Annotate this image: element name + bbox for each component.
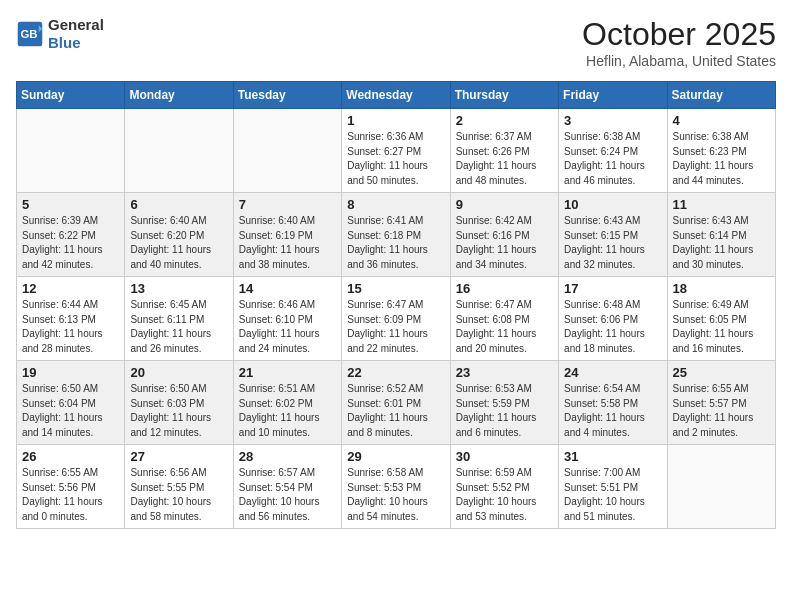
calendar-day-cell: 28Sunrise: 6:57 AM Sunset: 5:54 PM Dayli…	[233, 445, 341, 529]
calendar-week-row: 26Sunrise: 6:55 AM Sunset: 5:56 PM Dayli…	[17, 445, 776, 529]
calendar-day-cell: 20Sunrise: 6:50 AM Sunset: 6:03 PM Dayli…	[125, 361, 233, 445]
day-info: Sunrise: 6:56 AM Sunset: 5:55 PM Dayligh…	[130, 466, 227, 524]
day-info: Sunrise: 6:55 AM Sunset: 5:56 PM Dayligh…	[22, 466, 119, 524]
calendar-day-cell	[667, 445, 775, 529]
day-info: Sunrise: 6:58 AM Sunset: 5:53 PM Dayligh…	[347, 466, 444, 524]
day-number: 1	[347, 113, 444, 128]
calendar-day-cell: 26Sunrise: 6:55 AM Sunset: 5:56 PM Dayli…	[17, 445, 125, 529]
day-info: Sunrise: 6:49 AM Sunset: 6:05 PM Dayligh…	[673, 298, 770, 356]
day-number: 3	[564, 113, 661, 128]
calendar-day-cell	[233, 109, 341, 193]
day-info: Sunrise: 7:00 AM Sunset: 5:51 PM Dayligh…	[564, 466, 661, 524]
day-number: 20	[130, 365, 227, 380]
day-info: Sunrise: 6:50 AM Sunset: 6:04 PM Dayligh…	[22, 382, 119, 440]
day-info: Sunrise: 6:52 AM Sunset: 6:01 PM Dayligh…	[347, 382, 444, 440]
calendar-day-cell: 12Sunrise: 6:44 AM Sunset: 6:13 PM Dayli…	[17, 277, 125, 361]
calendar-day-cell: 1Sunrise: 6:36 AM Sunset: 6:27 PM Daylig…	[342, 109, 450, 193]
day-info: Sunrise: 6:39 AM Sunset: 6:22 PM Dayligh…	[22, 214, 119, 272]
column-header-wednesday: Wednesday	[342, 82, 450, 109]
svg-text:GB: GB	[20, 28, 37, 40]
logo-line1: General	[48, 16, 104, 34]
day-number: 4	[673, 113, 770, 128]
day-info: Sunrise: 6:57 AM Sunset: 5:54 PM Dayligh…	[239, 466, 336, 524]
day-number: 8	[347, 197, 444, 212]
day-info: Sunrise: 6:40 AM Sunset: 6:19 PM Dayligh…	[239, 214, 336, 272]
day-number: 22	[347, 365, 444, 380]
column-header-monday: Monday	[125, 82, 233, 109]
day-number: 18	[673, 281, 770, 296]
calendar-day-cell: 30Sunrise: 6:59 AM Sunset: 5:52 PM Dayli…	[450, 445, 558, 529]
day-info: Sunrise: 6:38 AM Sunset: 6:23 PM Dayligh…	[673, 130, 770, 188]
logo: GB General Blue	[16, 16, 104, 52]
day-number: 2	[456, 113, 553, 128]
calendar-header-row: SundayMondayTuesdayWednesdayThursdayFrid…	[17, 82, 776, 109]
day-number: 21	[239, 365, 336, 380]
day-number: 17	[564, 281, 661, 296]
month-title: October 2025	[582, 16, 776, 53]
day-info: Sunrise: 6:43 AM Sunset: 6:14 PM Dayligh…	[673, 214, 770, 272]
day-number: 27	[130, 449, 227, 464]
day-number: 16	[456, 281, 553, 296]
page-header: GB General Blue October 2025 Heflin, Ala…	[16, 16, 776, 69]
calendar-week-row: 5Sunrise: 6:39 AM Sunset: 6:22 PM Daylig…	[17, 193, 776, 277]
day-info: Sunrise: 6:40 AM Sunset: 6:20 PM Dayligh…	[130, 214, 227, 272]
calendar-day-cell: 15Sunrise: 6:47 AM Sunset: 6:09 PM Dayli…	[342, 277, 450, 361]
calendar-day-cell: 31Sunrise: 7:00 AM Sunset: 5:51 PM Dayli…	[559, 445, 667, 529]
calendar-day-cell: 14Sunrise: 6:46 AM Sunset: 6:10 PM Dayli…	[233, 277, 341, 361]
day-number: 10	[564, 197, 661, 212]
calendar-day-cell	[17, 109, 125, 193]
day-number: 28	[239, 449, 336, 464]
day-number: 14	[239, 281, 336, 296]
day-info: Sunrise: 6:59 AM Sunset: 5:52 PM Dayligh…	[456, 466, 553, 524]
calendar-day-cell: 22Sunrise: 6:52 AM Sunset: 6:01 PM Dayli…	[342, 361, 450, 445]
calendar-day-cell: 3Sunrise: 6:38 AM Sunset: 6:24 PM Daylig…	[559, 109, 667, 193]
calendar-day-cell: 29Sunrise: 6:58 AM Sunset: 5:53 PM Dayli…	[342, 445, 450, 529]
calendar-day-cell: 23Sunrise: 6:53 AM Sunset: 5:59 PM Dayli…	[450, 361, 558, 445]
column-header-tuesday: Tuesday	[233, 82, 341, 109]
calendar-day-cell: 2Sunrise: 6:37 AM Sunset: 6:26 PM Daylig…	[450, 109, 558, 193]
calendar-day-cell: 24Sunrise: 6:54 AM Sunset: 5:58 PM Dayli…	[559, 361, 667, 445]
logo-line2: Blue	[48, 34, 104, 52]
day-info: Sunrise: 6:47 AM Sunset: 6:08 PM Dayligh…	[456, 298, 553, 356]
calendar-day-cell: 16Sunrise: 6:47 AM Sunset: 6:08 PM Dayli…	[450, 277, 558, 361]
calendar-day-cell: 11Sunrise: 6:43 AM Sunset: 6:14 PM Dayli…	[667, 193, 775, 277]
calendar-day-cell: 25Sunrise: 6:55 AM Sunset: 5:57 PM Dayli…	[667, 361, 775, 445]
calendar-day-cell: 13Sunrise: 6:45 AM Sunset: 6:11 PM Dayli…	[125, 277, 233, 361]
calendar-day-cell: 7Sunrise: 6:40 AM Sunset: 6:19 PM Daylig…	[233, 193, 341, 277]
calendar-day-cell: 5Sunrise: 6:39 AM Sunset: 6:22 PM Daylig…	[17, 193, 125, 277]
calendar-day-cell: 10Sunrise: 6:43 AM Sunset: 6:15 PM Dayli…	[559, 193, 667, 277]
day-number: 24	[564, 365, 661, 380]
day-number: 6	[130, 197, 227, 212]
day-info: Sunrise: 6:43 AM Sunset: 6:15 PM Dayligh…	[564, 214, 661, 272]
day-info: Sunrise: 6:55 AM Sunset: 5:57 PM Dayligh…	[673, 382, 770, 440]
day-info: Sunrise: 6:46 AM Sunset: 6:10 PM Dayligh…	[239, 298, 336, 356]
day-number: 5	[22, 197, 119, 212]
day-number: 30	[456, 449, 553, 464]
day-info: Sunrise: 6:54 AM Sunset: 5:58 PM Dayligh…	[564, 382, 661, 440]
day-info: Sunrise: 6:45 AM Sunset: 6:11 PM Dayligh…	[130, 298, 227, 356]
column-header-friday: Friday	[559, 82, 667, 109]
day-number: 11	[673, 197, 770, 212]
calendar-day-cell: 27Sunrise: 6:56 AM Sunset: 5:55 PM Dayli…	[125, 445, 233, 529]
day-info: Sunrise: 6:38 AM Sunset: 6:24 PM Dayligh…	[564, 130, 661, 188]
day-info: Sunrise: 6:53 AM Sunset: 5:59 PM Dayligh…	[456, 382, 553, 440]
day-info: Sunrise: 6:36 AM Sunset: 6:27 PM Dayligh…	[347, 130, 444, 188]
calendar-week-row: 12Sunrise: 6:44 AM Sunset: 6:13 PM Dayli…	[17, 277, 776, 361]
calendar-day-cell: 19Sunrise: 6:50 AM Sunset: 6:04 PM Dayli…	[17, 361, 125, 445]
day-number: 31	[564, 449, 661, 464]
day-number: 15	[347, 281, 444, 296]
day-number: 13	[130, 281, 227, 296]
location: Heflin, Alabama, United States	[582, 53, 776, 69]
logo-text: General Blue	[48, 16, 104, 52]
title-block: October 2025 Heflin, Alabama, United Sta…	[582, 16, 776, 69]
calendar-day-cell: 8Sunrise: 6:41 AM Sunset: 6:18 PM Daylig…	[342, 193, 450, 277]
day-number: 12	[22, 281, 119, 296]
day-number: 29	[347, 449, 444, 464]
calendar-week-row: 19Sunrise: 6:50 AM Sunset: 6:04 PM Dayli…	[17, 361, 776, 445]
calendar-day-cell: 4Sunrise: 6:38 AM Sunset: 6:23 PM Daylig…	[667, 109, 775, 193]
logo-icon: GB	[16, 20, 44, 48]
day-number: 23	[456, 365, 553, 380]
column-header-thursday: Thursday	[450, 82, 558, 109]
day-info: Sunrise: 6:50 AM Sunset: 6:03 PM Dayligh…	[130, 382, 227, 440]
calendar-day-cell: 9Sunrise: 6:42 AM Sunset: 6:16 PM Daylig…	[450, 193, 558, 277]
